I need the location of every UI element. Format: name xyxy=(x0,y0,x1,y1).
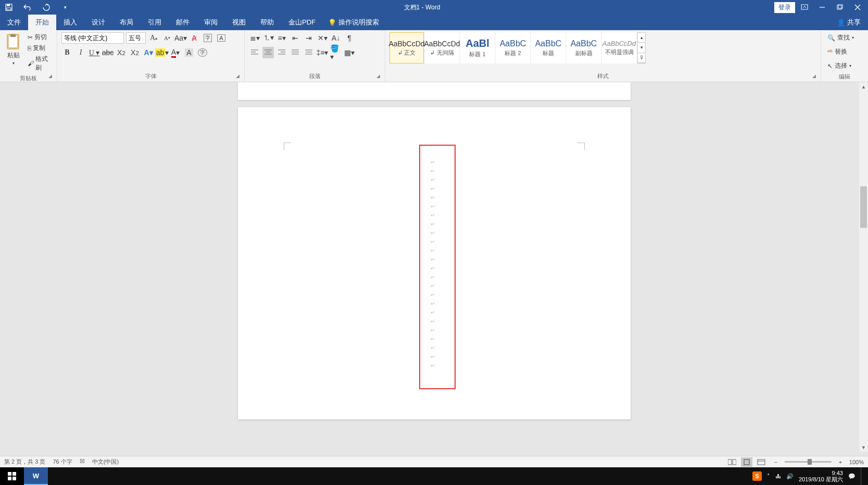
login-button[interactable]: 登录 xyxy=(774,2,795,13)
tab-layout[interactable]: 布局 xyxy=(112,15,141,30)
tab-file[interactable]: 文件 xyxy=(0,15,28,30)
tab-review[interactable]: 审阅 xyxy=(197,15,225,30)
shading-icon[interactable]: 🪣▾ xyxy=(330,47,342,58)
style-subtle-emphasis[interactable]: AaBbCcDd不明显强调 xyxy=(602,32,636,63)
tell-me-search[interactable]: 💡 操作说明搜索 xyxy=(323,15,384,30)
read-mode-icon[interactable] xyxy=(726,457,738,467)
change-case-icon[interactable]: Aa▾ xyxy=(175,32,186,44)
ribbon-display-icon[interactable] xyxy=(796,1,813,14)
styles-gallery-expand[interactable]: ▴▾⊽ xyxy=(637,32,646,63)
show-desktop-button[interactable] xyxy=(861,467,864,485)
style-subtitle[interactable]: AaBbC副标题 xyxy=(567,32,601,63)
font-size-input[interactable] xyxy=(126,32,146,44)
tray-clock[interactable]: 9:43 2019/8/10 星期六 xyxy=(799,470,843,482)
phonetic-guide-icon[interactable]: 字 xyxy=(202,32,213,44)
tab-help[interactable]: 帮助 xyxy=(253,15,281,30)
style-heading1[interactable]: AaBl标题 1 xyxy=(460,32,495,63)
copy-button[interactable]: ⎘复制 xyxy=(26,43,53,53)
justify-icon[interactable] xyxy=(290,47,301,58)
show-marks-icon[interactable]: ¶ xyxy=(344,32,355,44)
font-color-icon[interactable]: A▾ xyxy=(170,47,181,58)
italic-icon[interactable]: I xyxy=(75,47,86,58)
network-icon[interactable]: 🖧 xyxy=(775,473,781,479)
underline-icon[interactable]: U ▾ xyxy=(89,47,100,58)
styles-dialog-launcher[interactable]: ◢ xyxy=(812,73,819,80)
clear-format-icon[interactable]: A̷ xyxy=(188,32,200,44)
maximize-icon[interactable] xyxy=(832,1,848,14)
numbering-icon[interactable]: ⒈▾ xyxy=(262,32,274,44)
replace-button[interactable]: ᵃᵇ替换 xyxy=(825,46,849,57)
format-painter-button[interactable]: 🖌格式刷 xyxy=(26,54,53,73)
text-effects-icon[interactable]: A▾ xyxy=(143,47,154,58)
volume-icon[interactable]: 🔊 xyxy=(786,473,794,480)
zoom-level[interactable]: 100% xyxy=(849,459,864,465)
scroll-up-icon[interactable]: ▲ xyxy=(859,82,868,91)
tab-references[interactable]: 引用 xyxy=(141,15,169,30)
language-indicator[interactable]: 中文(中国) xyxy=(92,458,119,466)
scrollbar-thumb[interactable] xyxy=(860,186,867,228)
shrink-font-icon[interactable]: A▾ xyxy=(161,32,173,44)
document-page[interactable]: ↵↵↵↵↵↵↵↵↵↵↵↵↵↵↵↵↵↵↵↵↵↵↵↵ xyxy=(238,107,631,419)
distributed-icon[interactable] xyxy=(303,47,315,58)
zoom-slider[interactable] xyxy=(785,461,832,463)
undo-icon[interactable] xyxy=(23,3,32,12)
style-title[interactable]: AaBbC标题 xyxy=(531,32,565,63)
strikethrough-icon[interactable]: abc xyxy=(102,47,114,58)
find-button[interactable]: 🔍查找▾ xyxy=(825,32,856,43)
sort-icon[interactable]: A↓ xyxy=(330,32,342,44)
scroll-down-icon[interactable]: ▼ xyxy=(859,443,868,452)
asian-layout-icon[interactable]: ✕▾ xyxy=(317,32,328,44)
tab-jinshan-pdf[interactable]: 金山PDF xyxy=(281,15,323,30)
style-heading2[interactable]: AaBbC标题 2 xyxy=(496,32,530,63)
char-shading-icon[interactable]: A xyxy=(183,47,195,58)
print-layout-icon[interactable] xyxy=(741,457,752,467)
tab-home[interactable]: 开始 xyxy=(28,15,56,30)
zoom-in-icon[interactable]: + xyxy=(835,457,846,467)
word-count[interactable]: 76 个字 xyxy=(53,458,72,466)
grow-font-icon[interactable]: A▴ xyxy=(148,32,159,44)
align-right-icon[interactable] xyxy=(276,47,287,58)
align-left-icon[interactable] xyxy=(249,47,260,58)
borders-icon[interactable]: ▦▾ xyxy=(344,47,355,58)
tab-design[interactable]: 设计 xyxy=(84,15,112,30)
font-name-input[interactable] xyxy=(61,32,124,44)
proofing-icon[interactable]: ☒ xyxy=(80,458,85,466)
subscript-icon[interactable]: X2 xyxy=(116,47,127,58)
char-border-icon[interactable]: A xyxy=(216,32,227,44)
qat-customize-icon[interactable]: ▾ xyxy=(60,3,70,12)
clipboard-dialog-launcher[interactable]: ◢ xyxy=(48,73,55,80)
notifications-icon[interactable]: 💬 xyxy=(848,473,856,480)
decrease-indent-icon[interactable]: ⇤ xyxy=(290,32,301,44)
style-normal[interactable]: AaBbCcDd↲ 正文 xyxy=(389,32,424,63)
tab-view[interactable]: 视图 xyxy=(225,15,253,30)
font-dialog-launcher[interactable]: ◢ xyxy=(236,73,242,80)
share-button[interactable]: 👤 共享 xyxy=(829,15,868,30)
tab-insert[interactable]: 插入 xyxy=(56,15,84,30)
document-scroll[interactable]: ↵↵↵↵↵↵↵↵↵↵↵↵↵↵↵↵↵↵↵↵↵↵↵↵ xyxy=(0,82,868,452)
cut-button[interactable]: ✂剪切 xyxy=(26,32,53,42)
paragraph-dialog-launcher[interactable]: ◢ xyxy=(376,73,383,80)
minimize-icon[interactable] xyxy=(814,1,831,14)
multilevel-icon[interactable]: ≡▾ xyxy=(276,32,287,44)
page-indicator[interactable]: 第 2 页，共 3 页 xyxy=(4,458,45,466)
save-icon[interactable] xyxy=(4,3,14,12)
align-center-icon[interactable] xyxy=(262,47,274,58)
zoom-out-icon[interactable]: − xyxy=(770,457,782,467)
tab-mailings[interactable]: 邮件 xyxy=(169,15,197,30)
paste-button[interactable]: 粘贴 ▾ xyxy=(4,32,23,67)
start-button[interactable] xyxy=(0,467,24,485)
superscript-icon[interactable]: X2 xyxy=(129,47,141,58)
enclose-char-icon[interactable]: 字 xyxy=(197,47,208,58)
tray-chevron-icon[interactable]: ˄ xyxy=(767,473,770,480)
close-icon[interactable] xyxy=(849,1,866,14)
redo-icon[interactable] xyxy=(42,3,51,12)
taskbar-word-icon[interactable]: W xyxy=(24,467,48,485)
select-button[interactable]: ↖选择▾ xyxy=(825,60,853,71)
style-no-spacing[interactable]: AaBbCcDd↲ 无间隔 xyxy=(425,32,459,63)
highlight-icon[interactable]: ab▾ xyxy=(156,47,168,58)
line-spacing-icon[interactable]: ‡≡▾ xyxy=(317,47,328,58)
bold-icon[interactable]: B xyxy=(61,47,73,58)
bullets-icon[interactable]: ≣▾ xyxy=(249,32,260,44)
increase-indent-icon[interactable]: ⇥ xyxy=(303,32,315,44)
web-layout-icon[interactable] xyxy=(756,457,767,467)
